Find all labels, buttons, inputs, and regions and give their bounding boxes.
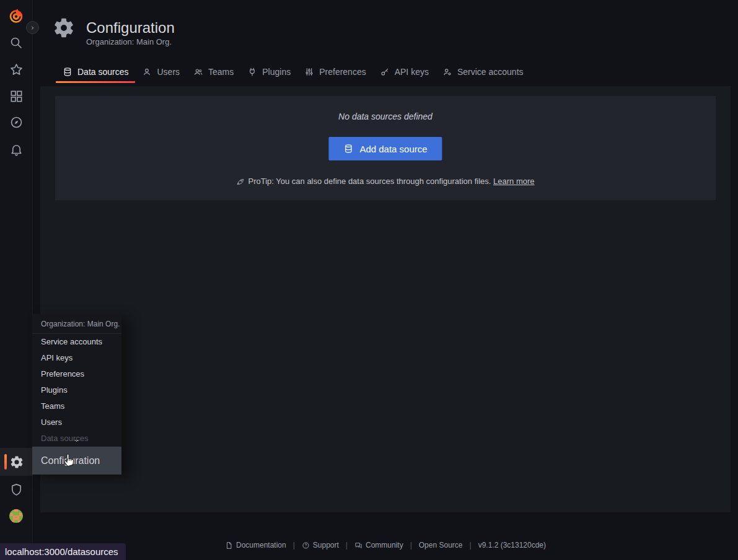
add-data-source-button[interactable]: Add data source xyxy=(328,137,442,160)
alerting-bell-icon[interactable] xyxy=(8,141,24,157)
empty-state-message: No data sources defined xyxy=(55,112,716,121)
tab-label: Teams xyxy=(208,67,234,77)
tab-label: Users xyxy=(157,67,180,77)
admin-shield-icon[interactable] xyxy=(8,481,24,497)
tab-label: API keys xyxy=(395,67,429,77)
footer-separator: | xyxy=(470,541,472,549)
question-circle-icon xyxy=(302,541,310,549)
learn-more-link[interactable]: Learn more xyxy=(493,177,534,186)
tab-plugins[interactable]: Plugins xyxy=(240,59,297,84)
tab-label: Plugins xyxy=(262,67,291,77)
tab-teams[interactable]: Teams xyxy=(187,59,240,84)
popup-item-users[interactable]: Users xyxy=(32,414,121,431)
gear-icon xyxy=(9,454,25,470)
status-url: localhost:3000/datasources xyxy=(5,546,118,557)
footer-separator: | xyxy=(293,541,295,549)
configuration-popup-menu: Organization: Main Org. Service accounts… xyxy=(32,314,121,475)
tab-label: Service accounts xyxy=(457,67,524,77)
empty-state-panel: No data sources defined Add data source … xyxy=(55,96,716,200)
tab-data-sources[interactable]: Data sources xyxy=(56,59,135,84)
add-data-source-label: Add data source xyxy=(359,144,427,154)
database-icon xyxy=(343,144,353,154)
expand-sidebar-button[interactable] xyxy=(26,21,39,34)
user-avatar[interactable] xyxy=(8,508,24,524)
tab-api-keys[interactable]: API keys xyxy=(373,59,436,84)
starred-icon[interactable] xyxy=(8,61,24,77)
protip-text: ProTip: You can also define data sources… xyxy=(248,177,491,186)
popup-item-configuration-root[interactable]: Configuration xyxy=(32,447,121,475)
popup-item-service-accounts[interactable]: Service accounts xyxy=(32,334,121,350)
page-content: No data sources defined Add data source … xyxy=(40,86,731,512)
tab-service-accounts[interactable]: Service accounts xyxy=(436,59,530,84)
footer-community-link[interactable]: Community xyxy=(354,541,403,549)
tab-label: Preferences xyxy=(319,67,366,77)
tab-users[interactable]: Users xyxy=(135,59,187,84)
sidebar xyxy=(0,0,33,560)
footer-open-source-link[interactable]: Open Source xyxy=(419,541,463,549)
popup-org-header: Organization: Main Org. xyxy=(32,314,121,334)
tab-preferences[interactable]: Preferences xyxy=(297,59,372,84)
footer-version: v9.1.2 (3c13120cde) xyxy=(478,541,546,549)
popup-item-plugins[interactable]: Plugins xyxy=(32,382,121,398)
footer-separator: | xyxy=(346,541,348,549)
browser-status-bar: localhost:3000/datasources xyxy=(0,543,126,560)
footer-documentation-link[interactable]: Documentation xyxy=(225,541,286,549)
tab-label: Data sources xyxy=(77,67,128,77)
dashboards-icon[interactable] xyxy=(8,88,24,104)
config-tabbar: Data sources Users Teams Plugins Prefere… xyxy=(56,59,530,84)
grafana-logo-icon[interactable] xyxy=(8,8,24,24)
footer-support-link[interactable]: Support xyxy=(302,541,339,549)
footer-documentation-label: Documentation xyxy=(236,541,286,549)
document-icon xyxy=(225,541,233,549)
footer: Documentation | Support | Community | Op… xyxy=(40,541,731,549)
footer-support-label: Support xyxy=(313,541,339,549)
explore-compass-icon[interactable] xyxy=(8,114,24,130)
popup-item-teams[interactable]: Teams xyxy=(32,398,121,414)
page-title: Configuration xyxy=(86,19,175,37)
footer-community-label: Community xyxy=(366,541,403,549)
chevron-down-icon xyxy=(73,438,80,444)
page-gear-icon xyxy=(52,16,76,40)
chat-icon xyxy=(354,541,362,549)
page-subtitle: Organization: Main Org. xyxy=(86,37,172,46)
footer-separator: | xyxy=(410,541,412,549)
popup-item-preferences[interactable]: Preferences xyxy=(32,366,121,382)
search-icon[interactable] xyxy=(8,35,24,51)
rocket-icon xyxy=(236,177,245,186)
popup-item-api-keys[interactable]: API keys xyxy=(32,350,121,366)
protip-line: ProTip: You can also define data sources… xyxy=(55,177,716,186)
sidebar-item-configuration[interactable] xyxy=(0,448,33,476)
active-indicator-bar xyxy=(4,454,7,470)
